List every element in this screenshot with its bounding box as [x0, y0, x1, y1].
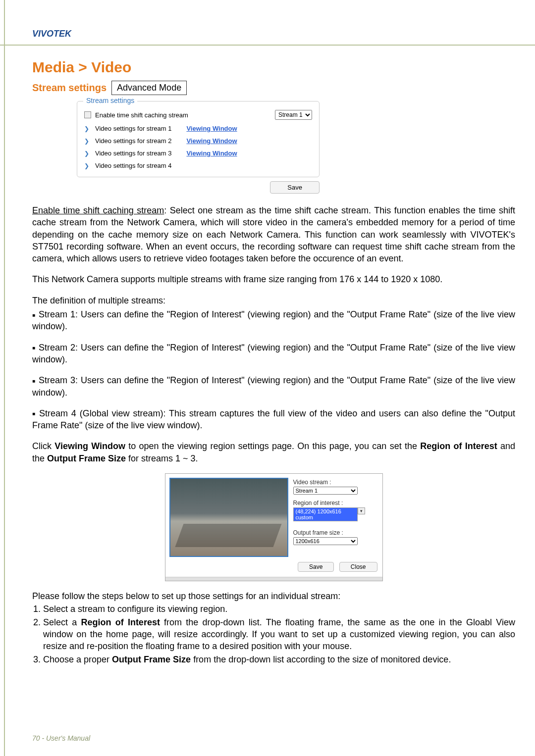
viewing-window-link[interactable]: Viewing Window — [186, 125, 237, 132]
video-stream-label: Video stream : — [293, 479, 378, 486]
paragraph-definition: The definition of multiple streams: — [32, 295, 515, 306]
ofs-select[interactable]: 1200x616 — [293, 537, 358, 545]
advanced-mode-badge: Advanced Mode — [111, 81, 187, 95]
page-footer: 70 - User's Manual — [32, 734, 90, 742]
list-item: ■Stream 3: Users can define the "Region … — [32, 374, 515, 399]
roi-select[interactable]: (48,224) 1200x616 custom — [293, 507, 358, 521]
stream-definition-list: ■Stream 1: Users can define the "Region … — [32, 308, 515, 431]
video-stream-select[interactable]: Stream 1 — [293, 487, 358, 495]
viewing-window-preview[interactable] — [169, 478, 288, 557]
roi-label: Region of interest : — [293, 500, 378, 506]
list-item: ■Stream 4 (Global view stream): This str… — [32, 407, 515, 432]
list-item: Select a Region of Interest from the dro… — [43, 616, 515, 653]
stream-row-label: Video settings for stream 3 — [95, 150, 171, 157]
paragraph-enable: Enable time shift caching stream: Select… — [32, 204, 515, 264]
fieldset-legend: Stream settings — [83, 97, 137, 104]
chevron-down-icon[interactable]: ▾ — [358, 507, 365, 514]
top-divider — [0, 45, 535, 46]
ofs-label: Output frame size : — [293, 529, 378, 536]
stream-settings-panel: Stream settings Enable time shift cachin… — [77, 101, 320, 194]
viewing-window-link[interactable]: Viewing Window — [186, 150, 237, 157]
vw-save-button[interactable]: Save — [298, 562, 334, 572]
paragraph-click-vw: Click Viewing Window to open the viewing… — [32, 440, 515, 464]
expand-icon[interactable]: ❯ — [84, 162, 89, 169]
expand-icon[interactable]: ❯ — [84, 138, 89, 145]
list-item: Select a stream to configure its viewing… — [43, 603, 515, 615]
stream-row-label: Video settings for stream 2 — [95, 137, 171, 145]
steps-list: Select a stream to configure its viewing… — [32, 603, 515, 665]
scrollbar[interactable] — [165, 577, 382, 581]
expand-icon[interactable]: ❯ — [84, 150, 89, 157]
viewing-window-panel: Video stream : Stream 1 Region of intere… — [165, 473, 383, 581]
enable-timeshift-checkbox[interactable] — [84, 111, 91, 118]
viewing-window-link[interactable]: Viewing Window — [186, 137, 237, 145]
paragraph-follow: Please follow the steps below to set up … — [32, 590, 515, 602]
list-item: Choose a proper Output Frame Size from t… — [43, 654, 515, 665]
page-title: Media > Video — [32, 59, 515, 76]
paragraph-multistream: This Network Camera supports multiple st… — [32, 273, 515, 285]
expand-icon[interactable]: ❯ — [84, 125, 89, 132]
stream-select[interactable]: Stream 1 — [275, 110, 312, 120]
enable-timeshift-label: Enable time shift caching stream — [95, 111, 188, 119]
stream-row-label: Video settings for stream 4 — [95, 162, 171, 169]
section-subtitle: Stream settings — [32, 82, 107, 94]
brand-header: VIVOTEK — [32, 29, 515, 39]
stream-row-label: Video settings for stream 1 — [95, 125, 171, 132]
list-item: ■Stream 1: Users can define the "Region … — [32, 308, 515, 333]
list-item: ■Stream 2: Users can define the "Region … — [32, 342, 515, 366]
save-button[interactable]: Save — [270, 181, 320, 194]
vw-close-button[interactable]: Close — [339, 562, 377, 572]
